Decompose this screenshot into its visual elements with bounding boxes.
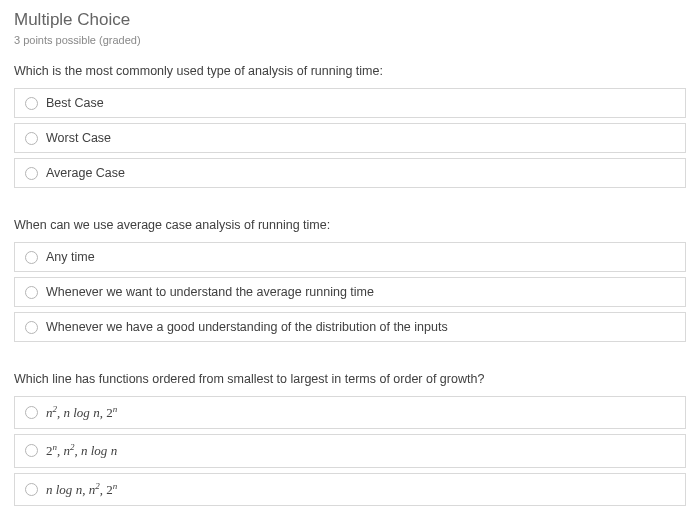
- option-row[interactable]: 2n, n2, n log n: [14, 434, 686, 467]
- option-label: n2, n log n, 2n: [46, 404, 117, 421]
- option-label: Worst Case: [46, 131, 111, 145]
- radio-icon[interactable]: [25, 286, 38, 299]
- radio-icon[interactable]: [25, 251, 38, 264]
- question-options: Best Case Worst Case Average Case: [14, 88, 686, 188]
- question-prompt: Which is the most commonly used type of …: [14, 64, 686, 78]
- radio-icon[interactable]: [25, 406, 38, 419]
- option-row[interactable]: n log n, n2, 2n: [14, 473, 686, 506]
- radio-icon[interactable]: [25, 132, 38, 145]
- radio-icon[interactable]: [25, 321, 38, 334]
- radio-icon[interactable]: [25, 97, 38, 110]
- option-label: Any time: [46, 250, 95, 264]
- question-prompt: When can we use average case analysis of…: [14, 218, 686, 232]
- option-label: Whenever we have a good understanding of…: [46, 320, 448, 334]
- option-row[interactable]: Best Case: [14, 88, 686, 118]
- option-row[interactable]: Whenever we want to understand the avera…: [14, 277, 686, 307]
- radio-icon[interactable]: [25, 167, 38, 180]
- radio-icon[interactable]: [25, 483, 38, 496]
- page-title: Multiple Choice: [14, 10, 686, 30]
- question-options: Any time Whenever we want to understand …: [14, 242, 686, 342]
- option-row[interactable]: Whenever we have a good understanding of…: [14, 312, 686, 342]
- option-label: Best Case: [46, 96, 104, 110]
- question-prompt: Which line has functions ordered from sm…: [14, 372, 686, 386]
- option-label: Whenever we want to understand the avera…: [46, 285, 374, 299]
- option-label: Average Case: [46, 166, 125, 180]
- question-options: n2, n log n, 2n 2n, n2, n log n n log n,…: [14, 396, 686, 506]
- option-row[interactable]: Worst Case: [14, 123, 686, 153]
- option-row[interactable]: Any time: [14, 242, 686, 272]
- points-subtitle: 3 points possible (graded): [14, 34, 686, 46]
- radio-icon[interactable]: [25, 444, 38, 457]
- option-row[interactable]: n2, n log n, 2n: [14, 396, 686, 429]
- option-row[interactable]: Average Case: [14, 158, 686, 188]
- option-label: 2n, n2, n log n: [46, 442, 117, 459]
- option-label: n log n, n2, 2n: [46, 481, 117, 498]
